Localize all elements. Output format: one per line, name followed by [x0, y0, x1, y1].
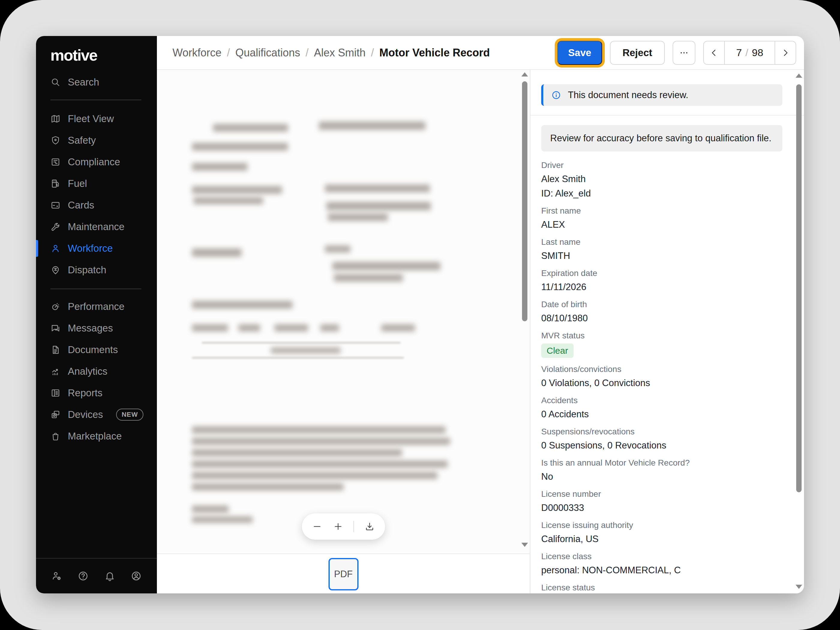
- sidebar-item-label: Maintenance: [68, 221, 125, 232]
- pager-separator: /: [745, 47, 748, 58]
- sidebar-item-compliance[interactable]: Compliance: [36, 151, 157, 173]
- save-button[interactable]: Save: [557, 41, 602, 65]
- field-label: First name: [541, 205, 782, 216]
- sidebar-item-label: Documents: [68, 344, 118, 355]
- person-circle-icon[interactable]: [131, 570, 142, 582]
- sidebar-divider: [51, 289, 141, 289]
- wrench-icon: [51, 222, 61, 232]
- sidebar-item-cards[interactable]: Cards: [36, 194, 157, 216]
- sidebar-item-fuel[interactable]: Fuel: [36, 173, 157, 194]
- breadcrumb-item[interactable]: Alex Smith: [314, 46, 366, 59]
- panel-scrollbar-thumb[interactable]: [796, 84, 802, 492]
- field-label: License issuing authority: [541, 520, 782, 531]
- field-row: Violations/convictions0 Violations, 0 Co…: [541, 364, 782, 389]
- field-row: Date of birth08/10/1980: [541, 299, 782, 324]
- banner-text: This document needs review.: [568, 90, 688, 101]
- sidebar-item-maintenance[interactable]: Maintenance: [36, 216, 157, 238]
- field-row: DriverAlex SmithID: Alex_eld: [541, 160, 782, 199]
- pager-total: 98: [752, 47, 763, 58]
- sidebar-item-marketplace[interactable]: Marketplace: [36, 425, 157, 447]
- new-badge: NEW: [116, 409, 143, 421]
- chevron-left-icon: [709, 48, 719, 58]
- viewer-scrollbar-thumb[interactable]: [522, 81, 527, 321]
- field-label: License class: [541, 551, 782, 562]
- field-label: License number: [541, 489, 782, 499]
- previous-document-button[interactable]: [704, 41, 724, 64]
- field-row: Expiration date11/11/2026: [541, 268, 782, 293]
- field-row: License status: [541, 582, 782, 593]
- field-label: Driver: [541, 160, 782, 171]
- search-icon: [51, 77, 61, 87]
- toolbar-divider: [354, 521, 354, 532]
- scroll-down-arrow[interactable]: [796, 585, 802, 589]
- field-value: D0000333: [541, 502, 782, 514]
- layout-icon: [51, 157, 61, 167]
- field-row: License classpersonal: NON-COMMERCIAL, C: [541, 551, 782, 576]
- breadcrumb-item: Motor Vehicle Record: [379, 46, 490, 59]
- field-row: Is this an annual Motor Vehicle Record?N…: [541, 458, 782, 483]
- person-gear-icon[interactable]: [51, 570, 62, 582]
- scroll-up-arrow[interactable]: [796, 74, 802, 78]
- field-value: ALEX: [541, 219, 782, 231]
- field-label: MVR status: [541, 330, 782, 341]
- breadcrumb: Workforce/Qualifications/Alex Smith/Moto…: [172, 46, 490, 59]
- breadcrumb-item[interactable]: Qualifications: [235, 46, 300, 59]
- more-actions-button[interactable]: [673, 41, 695, 65]
- sidebar-item-devices[interactable]: Devices NEW: [36, 404, 157, 425]
- sidebar-item-label: Devices: [68, 409, 103, 420]
- sidebar-item-search[interactable]: Search: [36, 71, 157, 93]
- help-icon[interactable]: [77, 570, 89, 582]
- sidebar-item-label: Analytics: [68, 366, 107, 377]
- field-label: Expiration date: [541, 268, 782, 279]
- field-list: DriverAlex SmithID: Alex_eldFirst nameAL…: [541, 160, 782, 593]
- pdf-thumbnail-button[interactable]: PDF: [328, 558, 358, 591]
- zoom-out-icon[interactable]: [312, 521, 322, 532]
- field-value: 11/11/2026: [541, 281, 782, 293]
- bell-icon[interactable]: [104, 570, 115, 582]
- sidebar-item-label: Fuel: [68, 178, 87, 189]
- chart-icon: [51, 366, 61, 376]
- header-actions: Save Reject 7 / 98: [557, 41, 796, 65]
- viewer-scrollbar: [521, 71, 528, 550]
- sidebar-item-workforce[interactable]: Workforce: [36, 238, 157, 259]
- sidebar-item-label: Fleet View: [68, 113, 114, 125]
- next-document-button[interactable]: [775, 41, 796, 64]
- sidebar-primary-nav: Fleet View Safety Compliance Fuel Cards: [36, 108, 157, 281]
- shield-icon: [51, 135, 61, 145]
- field-value: California, US: [541, 533, 782, 545]
- field-label: License status: [541, 582, 782, 593]
- sidebar-item-performance[interactable]: Performance: [36, 296, 157, 317]
- scroll-down-arrow[interactable]: [521, 543, 528, 547]
- sidebar-item-reports[interactable]: Reports: [36, 382, 157, 404]
- reject-button[interactable]: Reject: [610, 41, 665, 65]
- sidebar-item-analytics[interactable]: Analytics: [36, 361, 157, 382]
- sidebar-item-label: Search: [68, 76, 99, 88]
- download-icon[interactable]: [364, 521, 375, 532]
- document-preview[interactable]: [157, 70, 530, 554]
- field-row: License issuing authorityCalifornia, US: [541, 520, 782, 545]
- sidebar-item-documents[interactable]: Documents: [36, 339, 157, 361]
- field-row: First nameALEX: [541, 205, 782, 231]
- sidebar-item-messages[interactable]: Messages: [36, 317, 157, 339]
- field-value: 0 Accidents: [541, 408, 782, 420]
- field-row: Accidents0 Accidents: [541, 395, 782, 420]
- sidebar: motive Search Fleet View Safety Complian…: [36, 36, 157, 594]
- panel-scrollbar: [796, 71, 802, 591]
- zoom-in-icon[interactable]: [333, 521, 344, 532]
- field-row: MVR statusClear: [541, 330, 782, 358]
- field-value: 0 Suspensions, 0 Revocations: [541, 439, 782, 452]
- info-icon: [551, 90, 561, 100]
- scroll-up-arrow[interactable]: [521, 72, 528, 76]
- pin-icon: [51, 265, 61, 275]
- breadcrumb-separator: /: [306, 46, 309, 59]
- field-row: Last nameSMITH: [541, 237, 782, 262]
- sidebar-item-safety[interactable]: Safety: [36, 129, 157, 151]
- field-label: Accidents: [541, 395, 782, 406]
- breadcrumb-item[interactable]: Workforce: [172, 46, 221, 59]
- field-row: License numberD0000333: [541, 489, 782, 514]
- sidebar-item-dispatch[interactable]: Dispatch: [36, 259, 157, 281]
- panel-section-divider: [531, 115, 804, 115]
- sidebar-item-fleet-view[interactable]: Fleet View: [36, 108, 157, 129]
- sidebar-divider: [51, 99, 141, 100]
- field-value: SMITH: [541, 250, 782, 262]
